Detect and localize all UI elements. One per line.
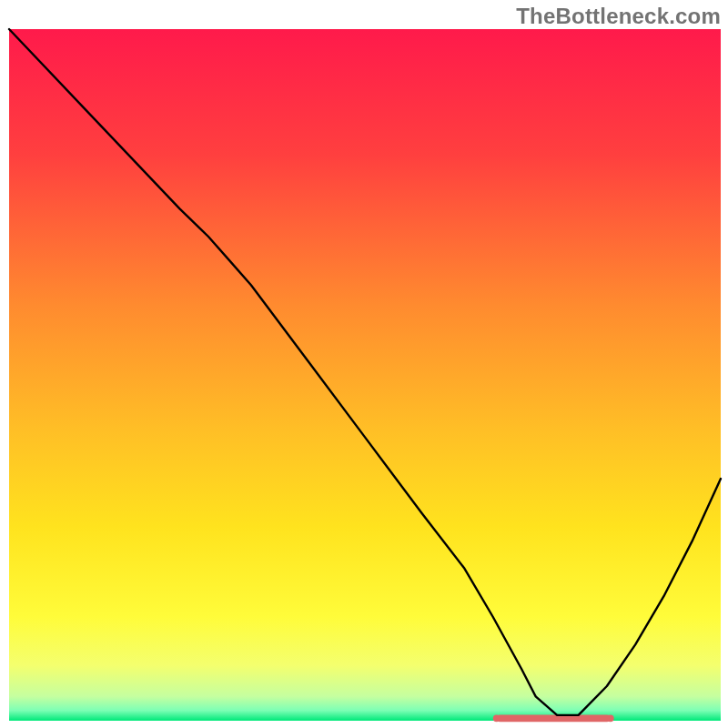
- optimal-range-cap-right: [607, 714, 614, 722]
- marker-layer: [493, 714, 614, 722]
- chart-svg: [0, 0, 728, 728]
- plot-background: [9, 29, 721, 721]
- chart-canvas: TheBottleneck.com: [0, 0, 728, 728]
- optimal-range-cap-left: [493, 714, 500, 722]
- optimal-range-bar: [497, 714, 611, 722]
